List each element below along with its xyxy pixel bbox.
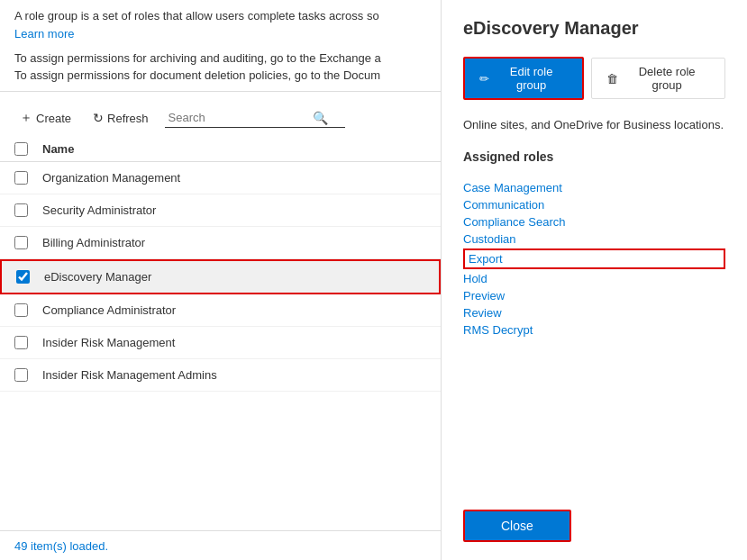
row-checkbox[interactable] [14,336,28,349]
role-item[interactable]: Case Management [463,180,725,195]
name-column-header: Name [42,142,74,156]
table-row[interactable]: Billing Administrator [0,227,441,259]
refresh-button[interactable]: ↻ Refresh [87,107,154,129]
table-row[interactable]: eDiscovery Manager [0,259,441,294]
assign-line-1: To assign permissions for archiving and … [0,50,441,67]
search-input[interactable] [169,111,313,124]
panel-title: eDiscovery Manager [463,18,725,39]
table-body: Organization ManagementSecurity Administ… [0,162,441,530]
main-container: A role group is a set of roles that allo… [0,0,747,560]
role-item[interactable]: Review [463,305,725,321]
row-name: Compliance Administrator [42,303,176,317]
row-name: Insider Risk Management [42,336,175,349]
refresh-label: Refresh [107,112,149,125]
row-name: eDiscovery Manager [44,270,151,284]
row-checkbox[interactable] [14,203,28,217]
edit-btn-label: Edit role group [495,65,568,92]
create-button[interactable]: ＋ Create [14,106,77,130]
role-item[interactable]: RMS Decrypt [463,322,725,338]
role-item[interactable]: Hold [463,271,725,286]
assign-line-2: To assign permissions for document delet… [0,67,441,84]
row-checkbox[interactable] [16,270,30,284]
role-item[interactable]: Compliance Search [463,214,725,230]
search-icon: 🔍 [313,111,328,125]
edit-role-group-button[interactable]: ✏ Edit role group [463,57,584,100]
table-row[interactable]: Compliance Administrator [0,294,441,327]
table-row[interactable]: Organization Management [0,162,441,194]
row-name: Insider Risk Management Admins [42,368,217,382]
table-row[interactable]: Insider Risk Management [0,327,441,359]
role-item[interactable]: Export [463,248,725,269]
delete-btn-label: Delete role group [624,65,710,92]
row-checkbox[interactable] [14,171,28,185]
learn-more-link[interactable]: Learn more [14,25,426,43]
row-name: Billing Administrator [42,236,145,249]
row-checkbox[interactable] [14,303,28,317]
table-row[interactable]: Insider Risk Management Admins [0,359,441,392]
search-box[interactable]: 🔍 [165,109,345,128]
status-text: 49 item(s) loaded. [14,539,108,553]
plus-icon: ＋ [20,110,32,126]
panel-description: Online sites, and OneDrive for Business … [463,118,725,131]
left-panel: A role group is a set of roles that allo… [0,0,442,560]
pencil-icon: ✏ [479,72,489,86]
top-info: A role group is a set of roles that allo… [0,0,441,50]
row-checkbox[interactable] [14,236,28,249]
right-panel: eDiscovery Manager ✏ Edit role group 🗑 D… [442,0,747,560]
create-label: Create [36,112,71,125]
table-header: Name [0,137,441,162]
assigned-roles-title: Assigned roles [463,149,725,164]
refresh-icon: ↻ [93,111,104,125]
panel-actions: ✏ Edit role group 🗑 Delete role group [463,57,725,100]
role-item[interactable]: Preview [463,288,725,303]
table-row[interactable]: Security Administrator [0,194,441,227]
row-name: Organization Management [42,171,180,185]
row-name: Security Administrator [42,203,156,217]
row-checkbox[interactable] [14,368,28,382]
close-button[interactable]: Close [463,510,571,542]
delete-role-group-button[interactable]: 🗑 Delete role group [591,58,725,99]
role-item[interactable]: Custodian [463,231,725,247]
status-bar: 49 item(s) loaded. [0,530,441,560]
role-item[interactable]: Communication [463,197,725,212]
toolbar: ＋ Create ↻ Refresh 🔍 [0,99,441,137]
select-all-checkbox[interactable] [14,142,28,156]
close-section: Close [463,495,725,542]
divider [0,91,441,92]
role-list: Case ManagementCommunicationCompliance S… [463,180,725,338]
intro-text: A role group is a set of roles that allo… [14,9,379,23]
trash-icon: 🗑 [606,72,618,86]
